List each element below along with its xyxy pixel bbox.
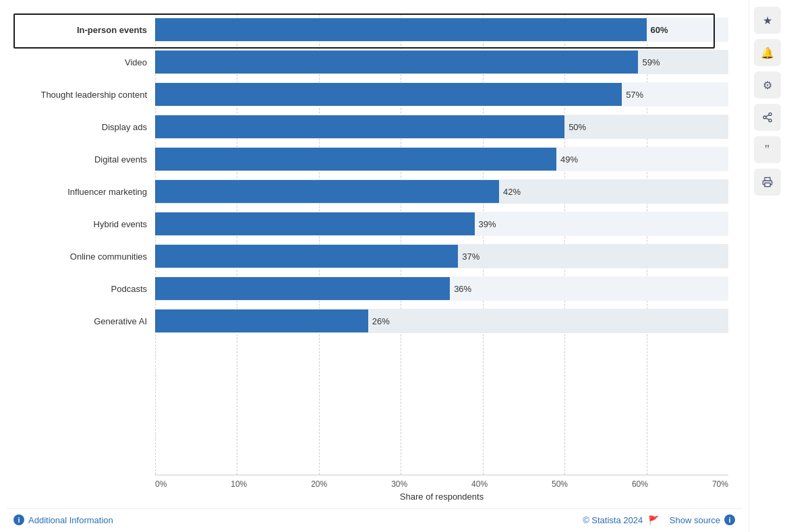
bar-row: Influencer marketing42%	[13, 175, 728, 208]
svg-line-4	[765, 115, 769, 117]
bar-label: Hybrid events	[13, 219, 155, 229]
statista-credit-text: © Statista 2024	[583, 515, 643, 525]
show-source-label: Show source	[670, 515, 720, 525]
chart-area: In-person events60%Video59%Thought leade…	[7, 7, 742, 506]
bar-label: Video	[13, 57, 155, 67]
footer: i Additional Information © Statista 2024…	[7, 508, 742, 532]
notification-button[interactable]: 🔔	[754, 39, 781, 66]
x-axis: 0%10%20%30%40%50%60%70%	[155, 475, 728, 489]
bar-label: Influencer marketing	[13, 187, 155, 197]
bar-label: Thought leadership content	[13, 90, 155, 100]
bar-value-label: 39%	[479, 219, 496, 229]
bar-fill	[155, 277, 450, 300]
bar-row: Generative AI26%	[13, 305, 728, 337]
svg-rect-5	[765, 183, 770, 186]
x-axis-label: 20%	[311, 479, 327, 489]
additional-info-label: Additional Information	[28, 515, 113, 525]
settings-button[interactable]: ⚙	[754, 71, 781, 98]
info-icon: i	[13, 514, 24, 525]
x-axis-label: 30%	[391, 479, 407, 489]
bar-track: 57%	[155, 82, 728, 107]
bar-value-label: 42%	[503, 187, 521, 197]
bar-row: In-person events60%	[13, 13, 728, 46]
bar-fill	[155, 83, 622, 106]
svg-line-3	[765, 118, 769, 120]
flag-icon: 🚩	[648, 515, 659, 525]
bar-track: 49%	[155, 147, 728, 171]
svg-point-0	[769, 113, 772, 115]
bar-value-label: 57%	[626, 90, 643, 100]
bar-row: Display ads50%	[13, 111, 728, 143]
bar-fill	[155, 180, 499, 203]
bar-fill	[155, 245, 458, 268]
svg-point-1	[763, 116, 766, 119]
bar-label: In-person events	[13, 25, 155, 35]
bar-value-label: 37%	[462, 252, 479, 262]
bars-container: In-person events60%Video59%Thought leade…	[13, 13, 728, 337]
bar-row: Online communities37%	[13, 240, 728, 272]
bar-track: 36%	[155, 276, 728, 301]
sidebar: ★ 🔔 ⚙ "	[749, 0, 785, 532]
bars-wrapper: In-person events60%Video59%Thought leade…	[13, 13, 728, 475]
bar-value-label: 26%	[372, 316, 390, 326]
x-axis-label: 50%	[552, 479, 568, 489]
x-axis-label: 0%	[155, 479, 167, 489]
bar-row: Thought leadership content57%	[13, 78, 728, 111]
additional-info[interactable]: i Additional Information	[13, 514, 113, 525]
statista-credit: © Statista 2024 🚩	[583, 515, 659, 525]
bar-fill	[155, 115, 564, 138]
bar-row: Hybrid events39%	[13, 208, 728, 240]
bar-track: 60%	[155, 18, 728, 42]
bar-row: Video59%	[13, 46, 728, 78]
chart-container: In-person events60%Video59%Thought leade…	[0, 0, 749, 532]
bar-fill	[155, 212, 475, 235]
bar-track: 59%	[155, 50, 728, 74]
quote-button[interactable]: "	[754, 136, 781, 163]
footer-right: © Statista 2024 🚩 Show source i	[583, 514, 735, 525]
bar-value-label: 59%	[642, 57, 660, 67]
bar-value-label: 50%	[569, 122, 586, 132]
bar-track: 39%	[155, 212, 728, 236]
bar-track: 26%	[155, 309, 728, 333]
bar-track: 37%	[155, 244, 728, 268]
bar-label: Generative AI	[13, 316, 155, 326]
print-button[interactable]	[754, 169, 781, 196]
bar-value-label: 49%	[560, 154, 578, 165]
x-axis-label: 70%	[712, 479, 728, 489]
bar-value-label: 60%	[651, 25, 668, 35]
bar-fill	[155, 18, 647, 41]
bar-fill	[155, 309, 368, 332]
x-axis-labels: 0%10%20%30%40%50%60%70%	[155, 479, 728, 489]
bar-label: Online communities	[13, 252, 155, 262]
favorite-button[interactable]: ★	[754, 7, 781, 34]
bar-track: 50%	[155, 115, 728, 139]
x-axis-label: 10%	[231, 479, 247, 489]
show-source[interactable]: Show source i	[670, 514, 735, 525]
bar-fill	[155, 51, 638, 73]
show-source-info-icon: i	[724, 514, 735, 525]
bar-label: Podcasts	[13, 284, 155, 294]
svg-point-2	[769, 119, 772, 122]
bar-label: Display ads	[13, 122, 155, 132]
x-axis-label: 40%	[471, 479, 488, 489]
bar-value-label: 36%	[454, 284, 471, 294]
bar-track: 42%	[155, 179, 728, 204]
bar-row: Podcasts36%	[13, 272, 728, 305]
bar-label: Digital events	[13, 154, 155, 165]
bar-fill	[155, 148, 556, 171]
bar-row: Digital events49%	[13, 143, 728, 175]
share-button[interactable]	[754, 104, 781, 131]
x-axis-title: Share of respondents	[155, 492, 728, 506]
x-axis-label: 60%	[632, 479, 648, 489]
